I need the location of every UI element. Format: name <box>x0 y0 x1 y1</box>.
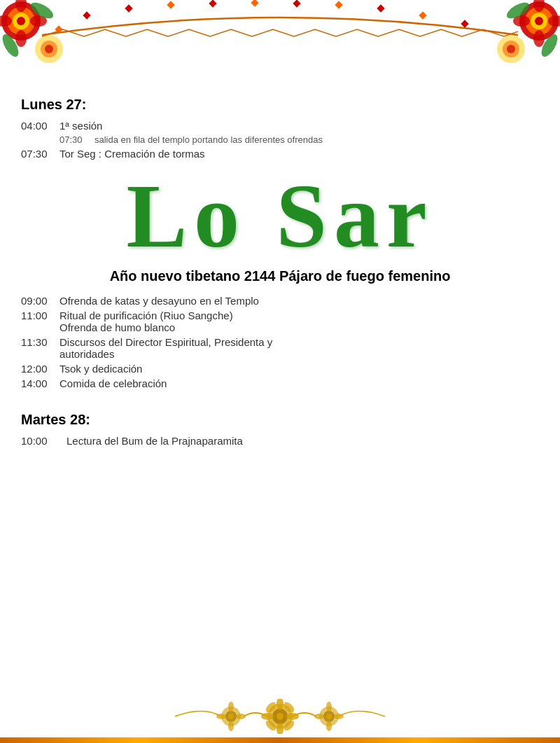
time-0900: 09:00 <box>21 295 59 307</box>
desc-martes-1000: Lectura del Bum de la Prajnaparamita <box>66 435 539 447</box>
svg-point-52 <box>228 721 234 731</box>
desc-1400: Comida de celebración <box>59 377 539 389</box>
desc-1200: Tsok y dedicación <box>59 363 539 375</box>
svg-rect-22 <box>461 20 468 27</box>
bottom-border <box>0 687 560 743</box>
sub-desc-0730: salida en fila del templo portando las d… <box>94 134 539 145</box>
desc-0900: Ofrenda de katas y desayuno en el Templo <box>59 295 539 307</box>
schedule-item-martes-1000: 10:00 Lectura del Bum de la Prajnaparami… <box>21 435 539 447</box>
top-arch-border <box>42 0 518 70</box>
svg-rect-15 <box>167 1 174 8</box>
svg-point-58 <box>326 702 332 711</box>
time-martes-1000: 10:00 <box>21 435 66 447</box>
schedule-item-0900: 09:00 Ofrenda de katas y desayuno en el … <box>21 295 539 307</box>
corner-ornament-right <box>476 0 560 84</box>
svg-rect-13 <box>83 11 90 19</box>
martes-header: Martes 28: <box>21 412 539 428</box>
svg-rect-16 <box>209 0 216 8</box>
schedule-item-1100: 11:00 Ritual de purificación (Riuo Sangc… <box>21 310 539 333</box>
svg-point-30 <box>533 30 545 47</box>
svg-rect-14 <box>125 4 132 12</box>
desc-1130: Discursos del Director Espiritual, Presi… <box>59 336 539 360</box>
svg-point-6 <box>15 30 27 47</box>
svg-rect-18 <box>293 0 300 8</box>
svg-rect-21 <box>419 11 426 19</box>
svg-point-57 <box>326 714 332 719</box>
schedule-item-0400: 04:00 1ª sesión <box>21 120 539 132</box>
losar-title: Lo Sar <box>126 165 433 266</box>
sub-item-0730: 07:30 salida en fila del templo portando… <box>59 134 539 145</box>
svg-point-51 <box>228 702 234 711</box>
time-1130: 11:30 <box>21 336 59 360</box>
lunes-header: Lunes 27: <box>21 97 539 113</box>
time-1200: 12:00 <box>21 363 59 375</box>
main-content: Lunes 27: 04:00 1ª sesión 07:30 salida e… <box>0 84 560 464</box>
svg-rect-17 <box>251 0 258 7</box>
time-0400: 04:00 <box>21 120 59 132</box>
svg-point-27 <box>535 17 543 25</box>
losar-subtitle: Año nuevo tibetano 2144 Pájaro de fuego … <box>21 268 539 284</box>
time-1400: 14:00 <box>21 377 59 389</box>
svg-point-50 <box>228 714 234 719</box>
time-1100: 11:00 <box>21 310 59 333</box>
desc-1100: Ritual de purificación (Riuo Sangche) Of… <box>59 310 539 333</box>
bottom-line <box>0 737 560 743</box>
svg-point-59 <box>326 721 332 731</box>
svg-rect-19 <box>335 1 342 8</box>
schedule-item-1400: 14:00 Comida de celebración <box>21 377 539 389</box>
svg-point-39 <box>276 713 284 720</box>
schedule-item-1200: 12:00 Tsok y dedicación <box>21 363 539 375</box>
desc-0400: 1ª sesión <box>59 120 539 132</box>
time-0730-main: 07:30 <box>21 148 59 160</box>
sub-time-0730: 07:30 <box>59 134 94 145</box>
schedule-item-0730: 07:30 Tor Seg : Cremación de tormas <box>21 148 539 160</box>
svg-rect-20 <box>377 4 384 12</box>
bottom-ornament <box>175 699 385 734</box>
schedule-item-1130: 11:30 Discursos del Director Espiritual,… <box>21 336 539 360</box>
top-border <box>0 0 560 84</box>
svg-point-36 <box>507 45 515 53</box>
svg-point-3 <box>17 17 25 25</box>
losar-title-container: Lo Sar <box>21 170 539 261</box>
desc-0730-main: Tor Seg : Cremación de tormas <box>59 148 539 160</box>
